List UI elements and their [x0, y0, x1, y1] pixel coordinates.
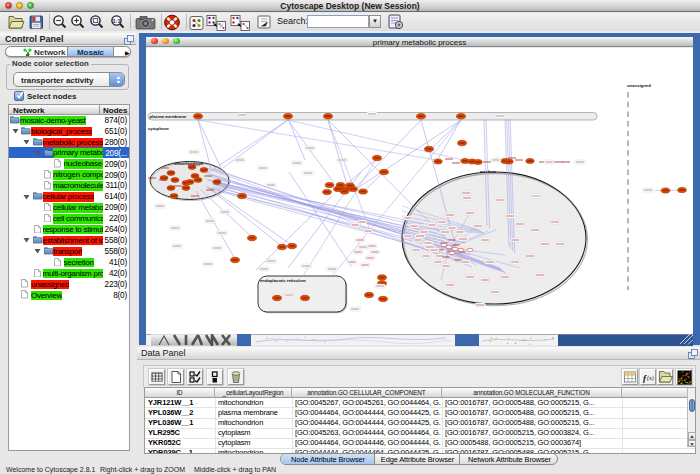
- svg-text:plasma membrane: plasma membrane: [150, 114, 187, 119]
- svg-text:1:1: 1:1: [113, 18, 121, 24]
- svg-text:(x): (x): [647, 375, 654, 382]
- svg-text:endoplasmic reticulum: endoplasmic reticulum: [260, 278, 306, 283]
- svg-text:unassigned: unassigned: [627, 83, 651, 88]
- svg-text:nucleus: nucleus: [480, 169, 497, 174]
- svg-text:cytoplasm: cytoplasm: [148, 126, 169, 131]
